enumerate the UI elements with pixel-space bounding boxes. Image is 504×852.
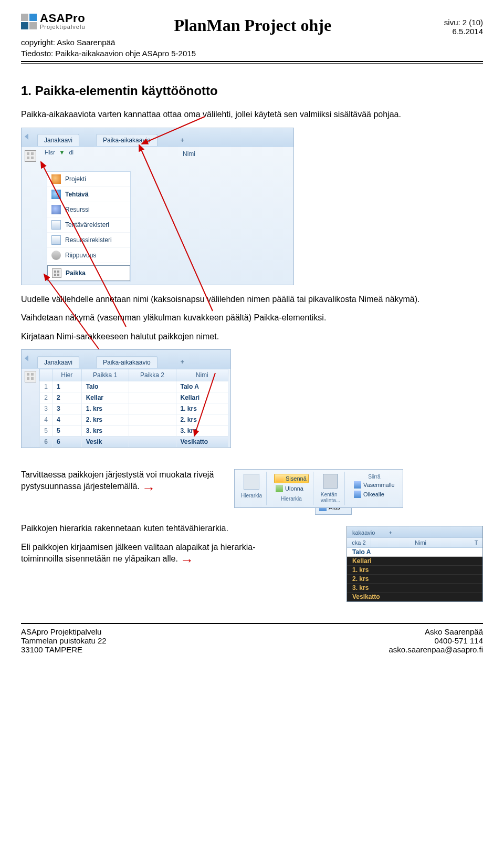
add-tab-button[interactable]: +	[388, 529, 392, 536]
tab-janakaavi[interactable]: Janakaavi	[37, 356, 79, 368]
paragraph: Tarvittaessa paikkojen järjestystä voi m…	[21, 469, 220, 492]
page-number: sivu: 2 (10)	[420, 18, 483, 27]
places-table: Hier Paikka 1 Paikka 2 Nimi 11TaloTalo A…	[39, 369, 228, 448]
location-icon	[52, 268, 61, 278]
logo-line1: ASAPro	[40, 13, 86, 24]
tab-janakaavi[interactable]: Janakaavi	[37, 134, 79, 146]
list-item[interactable]: Vesikatto	[347, 593, 482, 601]
dependency-icon	[51, 251, 61, 260]
footer-phone: 0400-571 114	[388, 636, 483, 645]
doc-date: 6.5.2014	[420, 27, 483, 36]
menu-item-tehtavarekisteri[interactable]: Tehtävärekisteri	[47, 217, 130, 233]
table-row[interactable]: 553. krs3. krs	[40, 425, 228, 437]
menu-item-riippuvuus[interactable]: Riippuvuus	[47, 248, 130, 263]
copyright-line: copyright: Asko Saarenpää	[21, 38, 483, 47]
hierarchy-icon[interactable]	[244, 474, 259, 490]
move-right-button[interactable]: Oikealle	[352, 490, 386, 498]
tab-paikka-aikakaavio[interactable]: Paika-aikakaavio	[96, 134, 158, 146]
paragraph: Eli paikkojen kirjaamisen jälkeen valita…	[21, 542, 257, 564]
task-registry-icon	[51, 220, 61, 230]
col-cka2[interactable]: cka 2	[347, 538, 371, 547]
table-row[interactable]: 442. krs2. krs	[40, 414, 228, 425]
indent-button[interactable]: Sisennä	[274, 474, 309, 483]
col-nimi[interactable]: Nimi	[176, 369, 228, 381]
table-row[interactable]: 22KellarKellari	[40, 392, 228, 403]
paragraph: Paikkojen hierarkia rakennetaan kuten te…	[21, 523, 257, 534]
corner-di: di	[69, 149, 74, 168]
logo: ASAPro Projektipalvelu	[21, 13, 86, 30]
page-header: ASAPro Projektipalvelu PlanMan Project o…	[21, 13, 483, 66]
paragraph: Vaihdetaan näkymä (vasemman yläkulman ku…	[21, 312, 483, 324]
ribbon-hierarkia: Hierarkia Sisennä Ulonna Hierarkia Kentä…	[234, 469, 403, 508]
resource-registry-icon	[51, 235, 61, 245]
screenshot-panel-2: Janakaavi Paika-aikakaavio + Hier Paikka…	[21, 349, 231, 448]
list-item[interactable]: Kellari	[347, 557, 482, 566]
view-switcher-icon[interactable]	[25, 371, 36, 382]
doc-title: PlanMan Project ohje	[86, 16, 420, 35]
right-icon	[354, 491, 361, 498]
paragraph: Kirjataan Nimi-sarakkeeseen halutut paik…	[21, 331, 483, 342]
list-item[interactable]: 3. krs	[347, 584, 482, 593]
col-paikka1[interactable]: Paikka 1	[81, 369, 129, 381]
col-paikka2[interactable]: Paikka 2	[129, 369, 176, 381]
menu-item-resurssi[interactable]: Resurssi	[47, 202, 130, 217]
corner-hisr: Hisr	[45, 149, 55, 168]
col-t[interactable]: T	[470, 538, 482, 547]
add-tab-button[interactable]: +	[174, 134, 191, 146]
prev-tab-arrow-icon[interactable]	[25, 133, 28, 140]
list-item[interactable]: Talo A	[347, 548, 482, 557]
list-item[interactable]: 2. krs	[347, 575, 482, 584]
indent-icon	[276, 475, 284, 482]
prev-tab-arrow-icon[interactable]	[25, 355, 28, 361]
file-line: Tiedosto: Paikka-aikakaavion ohje ASApro…	[21, 49, 483, 58]
outdent-button[interactable]: Ulonna	[274, 484, 305, 493]
col-nimi[interactable]: Nimi	[371, 538, 470, 547]
menu-item-projekti[interactable]: Projekti	[47, 172, 130, 187]
tab-paikka-aikakaavio[interactable]: Paika-aikakaavio	[96, 356, 158, 368]
view-switcher-icon[interactable]	[25, 150, 36, 162]
list-item[interactable]: 1. krs	[347, 566, 482, 575]
task-icon	[51, 190, 61, 199]
logo-line2: Projektipalvelu	[40, 24, 86, 30]
footer-person: Asko Saarenpää	[388, 627, 483, 636]
add-tab-button[interactable]: +	[174, 356, 191, 368]
menu-item-paikka[interactable]: Paikka	[47, 265, 130, 281]
footer-address: Tammelan puistokatu 22	[21, 636, 107, 645]
footer-email: asko.saarenpaa@asapro.fi	[388, 645, 483, 654]
screenshot-panel-1: Janakaavi Paika-aikakaavio + Hisr ▼ di N…	[21, 128, 294, 285]
move-left-button[interactable]: Vasemmalle	[352, 481, 396, 489]
table-row[interactable]: 66VesikVesikatto	[40, 437, 228, 448]
table-row[interactable]: 331. krs1. krs	[40, 403, 228, 414]
screenshot-panel-3: kakaavio + cka 2 Nimi T Talo A Kellari 1…	[346, 526, 483, 602]
column-nimi: Nimi	[85, 147, 293, 168]
left-icon	[354, 481, 361, 489]
section-heading: 1. Paikka-elementin käyttöönotto	[21, 84, 483, 98]
paragraph: Uudelle välilehdelle annetaan nimi (kaks…	[21, 294, 483, 305]
project-icon	[51, 174, 61, 184]
menu-item-resurssirekisteri[interactable]: Resurssirekisteri	[47, 233, 130, 248]
menu-item-tehtava[interactable]: Tehtävä	[47, 187, 130, 202]
page-footer: ASApro Projektipalvelu Tammelan puistoka…	[21, 627, 483, 654]
col-hier[interactable]: Hier	[52, 369, 82, 381]
resource-icon	[51, 205, 61, 214]
tab-fragment[interactable]: kakaavio	[352, 529, 375, 536]
table-row[interactable]: 11TaloTalo A	[40, 381, 228, 392]
paragraph: Paikka-aikakaaviota varten kannattaa ott…	[21, 109, 483, 120]
footer-city: 33100 TAMPERE	[21, 645, 107, 654]
footer-company: ASApro Projektipalvelu	[21, 627, 107, 636]
field-select-icon[interactable]	[323, 474, 338, 489]
outdent-icon	[276, 485, 283, 492]
